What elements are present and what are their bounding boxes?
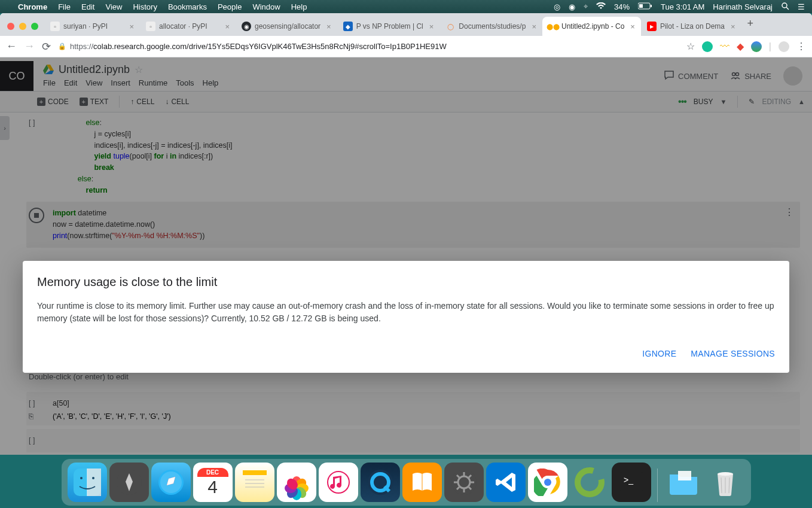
ext-icon-4[interactable] [751,41,762,52]
svg-rect-39 [678,471,691,480]
clock[interactable]: Tue 3:01 AM [661,2,704,11]
menu-file[interactable]: File [58,2,71,11]
wifi-icon[interactable] [596,2,606,11]
svg-text:>_: >_ [624,475,633,485]
grammarly-ext-icon[interactable] [702,41,713,52]
close-tab-icon[interactable]: × [532,22,536,31]
star-icon[interactable]: ☆ [686,41,695,52]
tab-pypi-suriyan[interactable]: ▫ suriyan · PyPI × [44,17,140,36]
battery-icon[interactable] [638,2,652,11]
tab-colab[interactable]: ⬤⬤ Untitled2.ipynb - Co × [542,17,641,36]
colab-icon: ⬤⬤ [548,22,558,31]
modal-overlay: Memory usage is close to the limit Your … [0,57,812,455]
svg-point-40 [718,472,733,476]
ext-icon-2[interactable]: 〰 [720,41,729,52]
svg-rect-1 [651,5,652,7]
menu-history[interactable]: History [133,2,157,11]
clay-icon: ◆ [343,22,353,31]
downloads-folder-icon[interactable] [664,463,703,502]
dock-separator [657,469,658,502]
back-button[interactable]: ← [6,40,17,53]
tab-pypi-allocator[interactable]: ▫ allocator · PyPI × [140,17,236,36]
memory-warning-dialog: Memory usage is close to the limit Your … [23,261,789,373]
svg-point-35 [544,479,551,486]
macos-dock: DEC 4 [0,455,812,508]
dialog-body: Your runtime is close to its memory limi… [37,300,775,325]
menu-bookmarks[interactable]: Bookmarks [168,2,207,11]
ibooks-app-icon[interactable] [402,463,442,502]
status-icon-2[interactable]: ◉ [569,2,575,11]
terminal-app-icon[interactable]: >_ [612,463,651,502]
reload-button[interactable]: ⟳ [42,40,51,53]
chrome-app-icon[interactable] [528,463,567,502]
app-name[interactable]: Chrome [18,2,47,11]
pypi-icon: ▫ [50,22,60,31]
menu-edit[interactable]: Edit [81,2,94,11]
url-field[interactable]: 🔒 https://colab.research.google.com/driv… [58,42,679,51]
control-center-icon[interactable]: ☰ [798,2,805,11]
notes-app-icon[interactable] [235,463,274,502]
youtube-icon: ▶ [647,22,657,31]
close-tab-icon[interactable]: × [225,22,230,31]
lock-icon: 🔒 [58,42,66,50]
photos-app-icon[interactable] [277,463,316,502]
svg-point-36 [578,470,602,494]
close-tab-icon[interactable]: × [429,22,434,31]
spotlight-icon[interactable] [781,2,789,12]
menu-view[interactable]: View [105,2,122,11]
manage-sessions-button[interactable]: MANAGE SESSIONS [691,349,775,358]
svg-point-9 [92,477,94,479]
calendar-app-icon[interactable]: DEC 4 [193,463,233,502]
tab-youtube[interactable]: ▶ Pilot - Liza on Dema × [641,17,741,36]
safari-app-icon[interactable] [151,463,191,502]
itunes-app-icon[interactable] [319,463,358,502]
system-preferences-app-icon[interactable] [444,463,484,502]
tab-pvsnp[interactable]: ◆ P vs NP Problem | Cl × [337,17,440,36]
window-controls [5,23,44,36]
bluetooth-icon[interactable]: ⌖ [584,2,588,11]
github-icon: ◉ [242,22,251,31]
dialog-title: Memory usage is close to the limit [37,275,775,289]
tab-jupyter[interactable]: ◯ Documents/studies/p × [439,17,542,36]
trash-icon[interactable] [706,463,745,502]
menu-window[interactable]: Window [252,2,280,11]
chrome-window: ▫ suriyan · PyPI × ▫ allocator · PyPI × … [0,13,812,455]
svg-point-3 [782,3,787,8]
battery-percent: 34% [614,2,630,11]
tab-github[interactable]: ◉ geosensing/allocator × [236,17,337,36]
colab-app: CO Untitled2.ipynb ☆ File Edit View Inse… [0,57,812,455]
minimize-window-button[interactable] [19,23,26,30]
svg-line-4 [786,7,789,10]
launchpad-app-icon[interactable] [109,463,149,502]
chrome-menu-icon[interactable]: ⋮ [796,41,806,52]
pypi-icon: ▫ [146,22,155,31]
maximize-window-button[interactable] [31,23,38,30]
green-ring-app-icon[interactable] [570,463,609,502]
new-tab-button[interactable]: + [741,14,760,36]
close-tab-icon[interactable]: × [630,22,635,31]
tab-strip: ▫ suriyan · PyPI × ▫ allocator · PyPI × … [0,13,812,36]
svg-rect-13 [243,470,267,475]
ignore-button[interactable]: IGNORE [642,349,676,358]
close-tab-icon[interactable]: × [326,22,331,31]
forward-button[interactable]: → [24,40,35,53]
svg-point-17 [326,470,351,495]
macos-menubar: Chrome File Edit View History Bookmarks … [0,0,812,13]
close-tab-icon[interactable]: × [129,22,134,31]
menu-help[interactable]: Help [291,2,307,11]
menu-people[interactable]: People [218,2,242,11]
vscode-app-icon[interactable] [486,463,526,502]
ext-icon-3[interactable]: ◆ [737,41,744,52]
address-bar: ← → ⟳ 🔒 https://colab.research.google.co… [0,36,812,57]
svg-point-8 [80,477,83,479]
finder-app-icon[interactable] [68,463,107,502]
profile-avatar[interactable] [779,41,789,52]
close-tab-icon[interactable]: × [731,22,735,31]
close-window-button[interactable] [7,23,14,30]
quicktime-app-icon[interactable] [361,463,400,502]
status-icon-1[interactable]: ◎ [554,2,560,11]
jupyter-icon: ◯ [445,22,455,31]
user-name[interactable]: Harinath Selvaraj [713,2,773,11]
svg-rect-2 [639,4,643,8]
